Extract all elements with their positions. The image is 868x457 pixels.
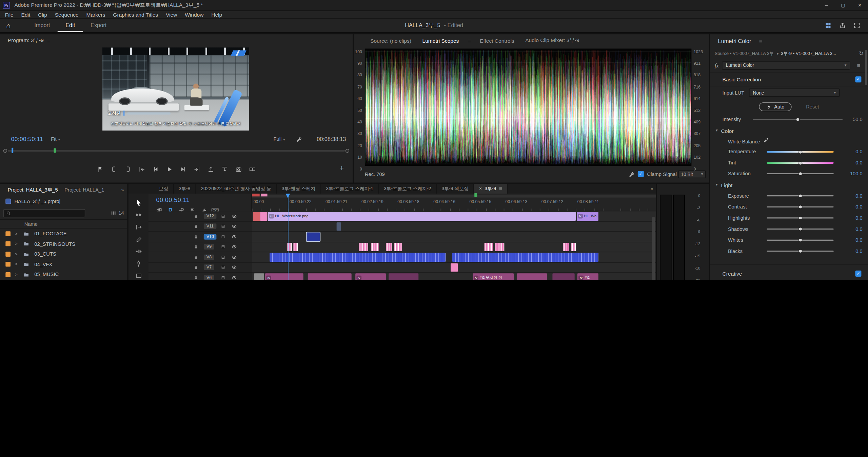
clip-v8-1[interactable] (452, 253, 598, 261)
workspace-tab-import[interactable]: Import (26, 19, 58, 32)
step-back-button[interactable] (152, 166, 159, 173)
timeline-tab-7[interactable]: ×3부-9≡ (474, 184, 508, 194)
track-lock-icon[interactable] (194, 275, 198, 280)
color-slider-0-slider[interactable] (767, 151, 834, 153)
refresh-icon[interactable]: ↻ (859, 50, 864, 56)
scopes-tab-0[interactable]: Source: (no clips) (365, 37, 417, 43)
disclosure-chevron[interactable]: > (15, 262, 18, 267)
sync-lock-icon[interactable] (221, 255, 225, 259)
more-panels-chevron[interactable]: » (651, 186, 653, 191)
color-group-header[interactable]: Color (721, 127, 734, 134)
zoom-level-select[interactable]: Fit▾ (51, 136, 60, 141)
track-badge-v11[interactable]: V11 (204, 224, 216, 229)
more-panels-chevron[interactable]: » (121, 187, 127, 193)
clip-v9-6[interactable] (485, 243, 493, 251)
track-badge-v12[interactable]: V12 (204, 214, 217, 219)
extract-button[interactable] (221, 166, 228, 173)
project-row[interactable]: >02_STRINGOUTS (0, 239, 127, 249)
track-lane-v11[interactable] (252, 222, 656, 232)
timeline-tab-2[interactable]: 20220922_60주년 행사 동영상 등 (196, 184, 277, 194)
clip-v6-8[interactable]: fx#외 (577, 273, 598, 280)
menu-item-0[interactable]: File (1, 11, 17, 19)
track-lock-icon[interactable] (194, 265, 198, 270)
workspace-tab-export[interactable]: Export (83, 19, 114, 32)
share-icon[interactable] (839, 22, 846, 29)
clip-v12-2[interactable]: fxHL_WaterMark.png (268, 212, 576, 220)
toggle-track-output-icon[interactable] (231, 254, 237, 260)
disclosure-chevron[interactable]: > (15, 231, 18, 236)
menu-item-8[interactable]: Help (208, 11, 226, 19)
play-button[interactable] (166, 166, 173, 173)
search-box[interactable] (3, 209, 85, 217)
light-slider-1-slider[interactable] (767, 206, 834, 207)
sequence-marker-green[interactable] (474, 193, 477, 197)
track-badge-v7[interactable]: V7 (204, 264, 214, 270)
disclosure-chevron[interactable]: > (15, 252, 18, 257)
panel-menu-icon[interactable]: ≡ (756, 38, 766, 44)
track-lock-icon[interactable] (194, 235, 198, 239)
track-badge-v9[interactable]: V9 (204, 244, 214, 250)
light-slider-2-slider[interactable] (767, 217, 834, 218)
disclosure-chevron[interactable]: > (15, 241, 18, 246)
menu-item-6[interactable]: View (162, 11, 181, 19)
export-frame-button[interactable] (235, 166, 242, 173)
panel-menu-icon[interactable]: ≡ (465, 37, 474, 43)
go-to-in-button[interactable] (138, 166, 145, 173)
color-slider-0-slider-handle[interactable] (798, 150, 802, 154)
menu-item-3[interactable]: Sequence (51, 11, 82, 19)
scrubber-track[interactable] (8, 150, 345, 152)
clip-v12-0[interactable] (253, 212, 260, 220)
playback-resolution-select[interactable]: Full▾ (273, 136, 285, 141)
search-input[interactable] (13, 210, 82, 216)
current-bin-label[interactable]: HALLA_3부_5.prproj (14, 198, 60, 205)
button-editor[interactable]: + (339, 164, 343, 172)
basic-correction-header[interactable]: Basic Correction (723, 76, 761, 82)
program-timecode[interactable]: 00:00:50:11 (11, 136, 43, 142)
light-group-header[interactable]: Light (721, 182, 733, 188)
timeline-ruler[interactable]: 00:0000:00:59:2200:01:59:2100:02:59:1900… (252, 194, 656, 211)
sync-lock-icon[interactable] (221, 275, 225, 280)
track-lane-v8[interactable] (252, 252, 656, 262)
light-slider-5-slider[interactable] (767, 251, 834, 252)
toggle-track-output-icon[interactable] (231, 275, 237, 280)
timeline-tab-6[interactable]: 3부-9 색보정 (437, 184, 474, 194)
track-lane-v7[interactable] (252, 262, 656, 273)
menu-item-5[interactable]: Graphics and Titles (109, 11, 162, 19)
track-lane-v12[interactable]: fxHL_WaterMark.pngfxHL_Wa (252, 211, 656, 221)
ripple-edit-tool[interactable] (135, 223, 142, 231)
disclosure-chevron[interactable]: > (15, 272, 18, 277)
minimize-button[interactable]: ─ (818, 0, 835, 11)
clip-v9-4[interactable] (386, 243, 392, 251)
selection-tool[interactable] (135, 199, 142, 206)
color-slider-1-slider[interactable] (767, 162, 834, 164)
workspaces-icon[interactable] (825, 22, 832, 29)
toggle-track-output-icon[interactable] (231, 224, 237, 229)
track-badge-v8[interactable]: V8 (204, 254, 214, 260)
project-tab-inactive[interactable]: Project: HALLA_1 (61, 187, 107, 193)
toggle-track-output-icon[interactable] (231, 264, 237, 270)
clip-v12-1[interactable] (260, 212, 267, 220)
color-slider-2-slider[interactable] (767, 173, 834, 174)
eyedropper-icon[interactable] (763, 137, 769, 143)
program-video-frame[interactable]: 고상진 인공지능이나 기계학습과 같은 기술적인 확장, 또 소프트웨어가 모든… (102, 47, 249, 131)
add-marker-button[interactable] (97, 166, 104, 173)
input-lut-select[interactable]: None▾ (749, 88, 840, 97)
light-slider-3-slider[interactable] (767, 228, 834, 230)
program-scrubber[interactable] (8, 148, 345, 153)
project-tab-active[interactable]: Project: HALLA_3부_5 (4, 186, 61, 193)
scrubber-marker-green[interactable] (54, 148, 56, 153)
source-clip-selector[interactable]: Source • V1-0007_HALLA 3부 ▾ (715, 50, 779, 56)
light-slider-5-slider-handle[interactable] (798, 249, 802, 253)
scrubber-playhead[interactable] (12, 148, 13, 153)
scopes-tab-1[interactable]: Lumetri Scopes (417, 37, 464, 43)
track-lane-v9[interactable] (252, 242, 656, 252)
clip-v9-1[interactable] (294, 243, 298, 251)
settings-wrench-icon[interactable] (296, 136, 302, 142)
sync-lock-icon[interactable] (221, 235, 225, 239)
project-row[interactable]: >01_FOOTAGE (0, 228, 127, 239)
clamp-signal-checkbox[interactable]: ✓ (638, 171, 644, 177)
bit-depth-select[interactable]: 10 Bit▾ (678, 171, 706, 178)
clip-v9-9[interactable] (571, 243, 575, 251)
clip-v6-6[interactable] (517, 273, 547, 280)
reset-button[interactable]: Reset (806, 104, 819, 110)
